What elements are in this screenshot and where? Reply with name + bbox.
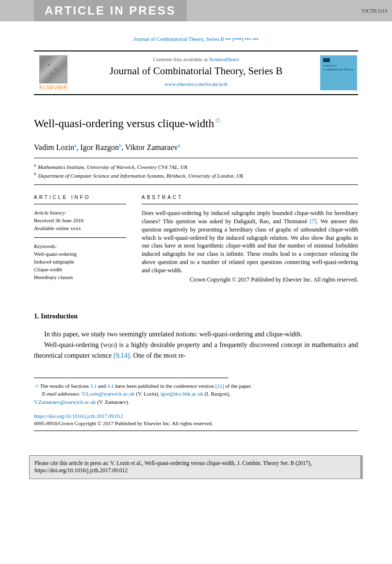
authors-line: Vadim Lozina, Igor Razgonb, Viktor Zamar… — [34, 143, 358, 158]
footnotes: ✩ The results of Sections 3.1 and 4.1 ha… — [34, 382, 358, 406]
article-info-column: ARTICLE INFO Article history: Received 3… — [34, 195, 126, 283]
sciencedirect-link[interactable]: ScienceDirect — [209, 56, 239, 62]
doi-block: https://doi.org/10.1016/j.jctb.2017.09.0… — [34, 413, 358, 431]
section-title: Introduction — [41, 313, 78, 320]
section-num: 1. — [34, 313, 39, 320]
para2-c: . One of the most re- — [130, 352, 186, 359]
abstract-column: ABSTRACT Does well-quasi-ordering by ind… — [142, 195, 358, 283]
fn-c: of the paper. — [224, 383, 252, 389]
abstract-heading: ABSTRACT — [142, 195, 358, 204]
email-label: E-mail addresses: — [42, 391, 81, 397]
intro-para-1: In this paper, we study two seemingly un… — [34, 329, 358, 340]
email-3-who: (V. Zamaraev). — [96, 399, 130, 405]
email-1-who: (V. Lozin), — [135, 391, 161, 397]
banner-code: YJCTB:3114 — [187, 0, 392, 21]
title-text: Well-quasi-ordering versus clique-width — [34, 117, 214, 130]
doi-copyright: 0095-8956/Crown Copyright © 2017 Publish… — [34, 420, 358, 427]
received-date: Received 30 June 2016 — [34, 217, 126, 225]
fn-a: The results of Sections — [40, 383, 90, 389]
affiliation-a: Mathematics Institute, University of War… — [38, 164, 188, 170]
keywords-block: Keywords: Well-quasi-ordering Induced su… — [34, 243, 126, 282]
author-3: , Viktor Zamaraev — [121, 143, 178, 151]
para2-a: Well-quasi-ordering ( — [44, 341, 103, 348]
footnote-emails-2: V.Zamaraev@warwick.ac.uk (V. Zamaraev). — [34, 398, 358, 406]
footnote-star-icon: ✩ — [215, 117, 221, 124]
citation-line: Journal of Combinatorial Theory, Series … — [34, 36, 358, 42]
keyword-4: Hereditary classes — [34, 274, 126, 282]
journal-name: Journal of Combinatorial Theory, Series … — [75, 65, 317, 77]
author-2: , Igor Razgon — [77, 143, 119, 151]
footnote-star: ✩ The results of Sections 3.1 and 4.1 ha… — [34, 382, 358, 390]
keyword-2: Induced subgraphs — [34, 258, 126, 266]
article-title: Well-quasi-ordering versus clique-width✩ — [34, 116, 358, 130]
journal-cover-thumb: Journal of Combinatorial Theory — [320, 55, 357, 90]
article-history: Article history: Received 30 June 2016 A… — [34, 209, 126, 238]
fn-mid: and — [97, 383, 107, 389]
contents-available: Contents lists available at ScienceDirec… — [75, 56, 317, 62]
contents-prefix: Contents lists available at — [153, 56, 209, 62]
banner-text: ARTICLE IN PRESS — [34, 0, 187, 21]
banner-left-stripe — [0, 0, 34, 21]
cite-box: Please cite this article in press as: V.… — [29, 455, 363, 479]
affiliation-b: Department of Computer Science and Infor… — [38, 173, 244, 179]
journal-url[interactable]: www.elsevier.com/locate/jctb — [164, 81, 228, 87]
doi-link[interactable]: https://doi.org/10.1016/j.jctb.2017.09.0… — [34, 413, 358, 420]
available-online: Available online xxxx — [34, 225, 126, 232]
wqo-abbrev: wqo — [103, 341, 115, 348]
abstract-copyright: Crown Copyright © 2017 Published by Else… — [142, 276, 358, 284]
keyword-1: Well-quasi-ordering — [34, 250, 126, 258]
ref-7[interactable]: [7] — [310, 218, 317, 225]
history-label: Article history: — [34, 209, 126, 217]
ref-9-14[interactable]: [9,14] — [114, 352, 130, 359]
press-banner: ARTICLE IN PRESS YJCTB:3114 — [0, 0, 392, 21]
cover-text: Journal of Combinatorial Theory — [323, 64, 354, 71]
ref-4-1[interactable]: 4.1 — [107, 383, 114, 389]
elsevier-logo: ELSEVIER — [34, 53, 73, 92]
footnote-rule — [34, 378, 229, 382]
email-1[interactable]: V.Lozin@warwick.ac.uk — [82, 391, 134, 397]
email-2[interactable]: igor@dcs.bbk.ac.uk — [161, 391, 203, 397]
author-3-aff: a — [178, 143, 180, 148]
section-1-heading: 1. Introduction — [34, 313, 358, 320]
journal-header: ELSEVIER Contents lists available at Sci… — [34, 50, 358, 95]
footnote-emails: E-mail addresses: V.Lozin@warwick.ac.uk … — [34, 390, 358, 398]
email-2-who: (I. Razgon), — [203, 391, 230, 397]
ref-11[interactable]: [11] — [215, 383, 224, 389]
ref-3-1[interactable]: 3.1 — [90, 383, 97, 389]
email-3[interactable]: V.Zamaraev@warwick.ac.uk — [34, 399, 96, 405]
article-info-heading: ARTICLE INFO — [34, 195, 126, 204]
elsevier-tree-icon — [39, 55, 67, 83]
elsevier-brand: ELSEVIER — [39, 84, 67, 90]
keywords-label: Keywords: — [34, 243, 126, 250]
info-abstract-row: ARTICLE INFO Article history: Received 3… — [34, 195, 358, 283]
fn-b: have been published in the conference ve… — [114, 383, 215, 389]
abstract-text: Does well-quasi-ordering by induced subg… — [142, 209, 358, 274]
keyword-3: Clique-width — [34, 266, 126, 274]
affiliations: aMathematics Institute, University of Wa… — [34, 162, 358, 185]
star-icon: ✩ — [35, 383, 39, 389]
author-1: Vadim Lozin — [34, 143, 74, 151]
intro-para-2: Well-quasi-ordering (wqo) is a highly de… — [34, 340, 358, 361]
